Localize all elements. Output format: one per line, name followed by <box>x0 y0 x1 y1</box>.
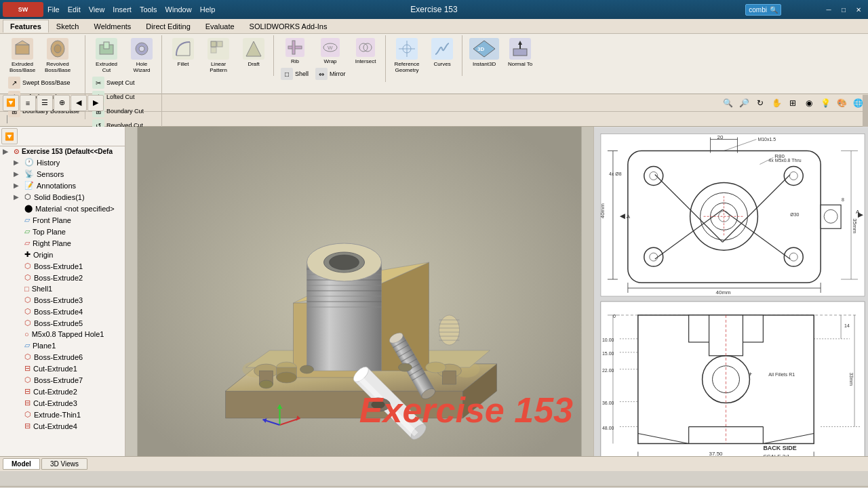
menu-help[interactable]: Help <box>200 5 216 14</box>
rib-button[interactable]: Rib <box>278 37 312 66</box>
tree-shell1[interactable]: □ Shell1 <box>11 283 125 294</box>
search-box[interactable]: combi 🔍 <box>745 4 781 16</box>
draft-button[interactable]: Draft <box>237 37 271 75</box>
tree-origin[interactable]: ✚ Origin <box>11 249 125 260</box>
material-icon: ⬤ <box>24 204 33 213</box>
tab-model[interactable]: Model <box>3 458 40 470</box>
menu-edit[interactable]: Edit <box>68 5 81 14</box>
tree-plane1[interactable]: ▱ Plane1 <box>11 340 125 351</box>
svg-point-82 <box>300 365 314 373</box>
view-zoom2-button[interactable]: 🔎 <box>736 96 751 110</box>
menu-tools[interactable]: Tools <box>140 5 157 14</box>
tree-front-plane[interactable]: ▱ Front Plane <box>11 214 125 226</box>
wrap-button[interactable]: W Wrap <box>313 37 347 66</box>
tree-right-plane[interactable]: ▱ Right Plane <box>11 237 125 249</box>
tree-boss-extrude7[interactable]: ⬡ Boss-Extrude7 <box>11 374 125 386</box>
view-section-button[interactable]: ⊞ <box>785 96 800 110</box>
tree-cut-extrude2[interactable]: ⊟ Cut-Extrude2 <box>11 386 125 397</box>
tree-boss-extrude3[interactable]: ⬡ Boss-Extrude3 <box>11 294 125 306</box>
tab-addins[interactable]: SOLIDWORKS Add-Ins <box>242 20 335 33</box>
menu-file[interactable]: File <box>47 5 60 14</box>
normal-to-button[interactable]: Normal To <box>503 37 537 68</box>
plane1-icon: ▱ <box>24 341 30 350</box>
tree-root[interactable]: ▶ ⊙ Exercise 153 (Default<<Defa <box>0 146 125 157</box>
menu-window[interactable]: Window <box>165 5 192 14</box>
view-rotate-button[interactable]: ↻ <box>753 96 768 110</box>
svg-rect-114 <box>821 205 841 228</box>
tree-tapped-hole[interactable]: ○ M5x0.8 Tapped Hole1 <box>11 329 125 340</box>
extrude2-icon: ⬡ <box>24 273 31 282</box>
tree-filter-button[interactable]: 🔽 <box>1 128 18 144</box>
svg-text:20: 20 <box>717 134 724 140</box>
tree-boss-extrude5[interactable]: ⬡ Boss-Extrude5 <box>11 317 125 329</box>
tree-annotations[interactable]: ▶ 📝 Annotations <box>11 180 125 191</box>
tree-cut-extrude3[interactable]: ⊟ Cut-Extrude3 <box>11 397 125 409</box>
view-display-button[interactable]: ◉ <box>802 96 816 110</box>
tab-weldments[interactable]: Weldments <box>87 20 139 33</box>
title-bar: SW File Edit View Insert Tools Window He… <box>0 0 868 19</box>
list-button[interactable]: ☰ <box>37 95 53 111</box>
svg-text:10.00: 10.00 <box>602 338 614 342</box>
svg-text:22.00: 22.00 <box>602 368 614 373</box>
tree-history[interactable]: ▶ 🕐 History <box>11 157 125 168</box>
intersect-button[interactable]: Intersect <box>349 37 382 66</box>
hole-wizard-button[interactable]: HoleWizard <box>125 37 159 75</box>
tab-3d-views[interactable]: 3D Views <box>41 458 87 470</box>
tree-boss-extrude1[interactable]: ⬡ Boss-Extrude1 <box>11 260 125 272</box>
revolved-boss-button[interactable]: RevolvedBoss/Base <box>41 37 75 75</box>
tree-solid-bodies[interactable]: ▶ ⬡ Solid Bodies(1) <box>11 191 125 203</box>
menu-view[interactable]: View <box>89 5 105 14</box>
view-zoom-button[interactable]: 🔍 <box>720 96 735 110</box>
tree-boss-extrude2[interactable]: ⬡ Boss-Extrude2 <box>11 272 125 283</box>
exercise-label: Exercise 153 <box>359 390 573 430</box>
curves-button[interactable]: Curves <box>425 37 459 75</box>
close-button[interactable]: ✕ <box>852 4 865 15</box>
maximize-button[interactable]: □ <box>837 4 850 15</box>
sensors-icon: 📡 <box>24 169 34 178</box>
filter-button[interactable]: 🔽 <box>3 95 19 111</box>
reference-geometry-button[interactable]: ReferenceGeometry <box>390 37 424 75</box>
cut3-icon: ⊟ <box>24 399 31 407</box>
prev-button[interactable]: ◀ <box>71 95 87 111</box>
tree-cut-extrude4[interactable]: ⊟ Cut-Extrude4 <box>11 420 125 432</box>
collapse-button[interactable]: ≡ <box>20 95 36 111</box>
tree-material[interactable]: ⬤ Material <not specified> <box>11 203 125 214</box>
tab-evaluate[interactable]: Evaluate <box>198 20 242 33</box>
linear-pattern-button[interactable]: LinearPattern <box>201 37 235 75</box>
extruded-boss-button[interactable]: ExtrudedBoss/Base <box>5 37 39 75</box>
tree-top-plane[interactable]: ▱ Top Plane <box>11 226 125 237</box>
tab-direct-editing[interactable]: Direct Editing <box>138 20 197 33</box>
svg-text:W: W <box>328 45 333 51</box>
tree-sensors[interactable]: ▶ 📡 Sensors <box>11 168 125 180</box>
swept-cut-button[interactable]: ✂ Swept Cut <box>90 76 159 89</box>
tab-sketch[interactable]: Sketch <box>49 20 87 33</box>
tree-extrude-thin1[interactable]: ⬡ Extrude-Thin1 <box>11 409 125 420</box>
extruded-cut-button[interactable]: ExtrudedCut <box>90 37 123 75</box>
view-lights-button[interactable]: 💡 <box>818 96 833 110</box>
root-icon: ⊙ <box>14 148 19 155</box>
search-icon[interactable]: 🔍 <box>770 6 778 14</box>
swept-boss-button[interactable]: ↗ Swept Boss/Base <box>5 76 82 89</box>
drawing-panel: 20 M10x1.5 R80 4x Ø8 4x M5x0.8 Thru Ø30 <box>593 127 868 471</box>
svg-text:33mm: 33mm <box>849 373 854 386</box>
svg-point-36 <box>260 380 273 388</box>
instant3d-button[interactable]: 3D Instant3D <box>467 37 502 68</box>
tree-cut-extrude1[interactable]: ⊟ Cut-Extrude1 <box>11 363 125 374</box>
ribbon-tabs: Features Sketch Weldments Direct Editing… <box>0 19 868 34</box>
shell-button[interactable]: □ Shell <box>278 67 311 81</box>
next-button[interactable]: ▶ <box>87 95 104 111</box>
menu-insert[interactable]: Insert <box>113 5 132 14</box>
fillet-button[interactable]: Fillet <box>166 37 200 75</box>
tree-boss-extrude4[interactable]: ⬡ Boss-Extrude4 <box>11 306 125 317</box>
feature-tree-panel: 🔽 ▶ ⊙ Exercise 153 (Default<<Defa ▶ 🕐 Hi… <box>0 127 125 471</box>
right-plane-icon: ▱ <box>24 239 30 247</box>
crosshair-button[interactable]: ⊕ <box>54 95 70 111</box>
view-appearances-button[interactable]: 🎨 <box>834 96 849 110</box>
view-pan-button[interactable]: ✋ <box>769 96 784 110</box>
tree-boss-extrude6[interactable]: ⬡ Boss-Extrude6 <box>11 351 125 363</box>
mirror-button[interactable]: ⇔ Mirror <box>313 67 349 81</box>
cut4-icon: ⊟ <box>24 422 31 430</box>
model-viewport[interactable]: Exercise 153 <box>125 127 593 471</box>
minimize-button[interactable]: ─ <box>822 4 835 15</box>
tab-features[interactable]: Features <box>3 20 49 33</box>
